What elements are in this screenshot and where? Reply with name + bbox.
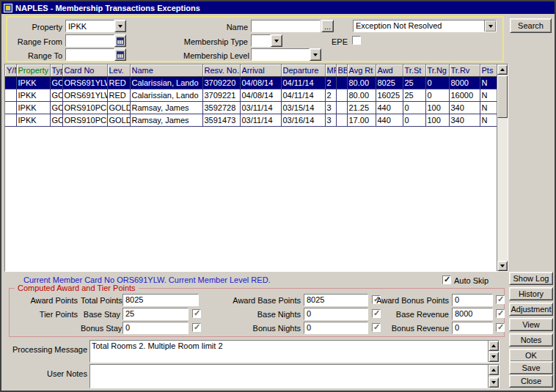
grid-cell[interactable]: 100	[425, 114, 449, 126]
grid-cell[interactable]: 2	[325, 76, 336, 89]
user-notes-box[interactable]	[89, 364, 500, 388]
grid-cell[interactable]: 8025	[376, 76, 403, 89]
grid-cell[interactable]: 03/11/14	[240, 101, 281, 114]
notes-button[interactable]: Notes	[509, 333, 553, 347]
column-header-typ[interactable]: Typ	[50, 64, 62, 76]
processing-message-box[interactable]: Total Rooms 2. Multiple Room limit 2	[89, 340, 500, 363]
column-header-property[interactable]: Property	[16, 64, 50, 76]
grid-cell[interactable]: 2	[325, 89, 336, 101]
grid-cell[interactable]: 80.00	[347, 89, 376, 101]
grid-cell[interactable]: 3591473	[202, 114, 240, 126]
column-header-avg-rt[interactable]: Avg Rt	[347, 64, 376, 76]
column-header-arrival[interactable]: Arrival	[240, 64, 281, 76]
grid-cell[interactable]: RED	[107, 89, 130, 101]
view-button[interactable]: View	[509, 318, 553, 331]
award-bonus-points-field[interactable]: 0	[452, 294, 493, 306]
user-notes-scrollbar[interactable]	[488, 365, 499, 388]
grid-cell[interactable]: 16025	[376, 89, 403, 101]
grid-cell[interactable]: ORS691YLW	[62, 89, 107, 101]
ok-button[interactable]: OK	[509, 349, 553, 362]
membership-level-input[interactable]	[251, 48, 310, 61]
grid-cell[interactable]: ORS691YLW	[62, 76, 107, 89]
grid-cell[interactable]: 03/16/14	[281, 114, 325, 126]
grid-cell[interactable]	[336, 101, 347, 114]
grid-cell[interactable]: 3709221	[202, 89, 240, 101]
grid-row-3[interactable]: IPKKGCORS910PCDGOLDRamsay, James35914730…	[5, 114, 497, 126]
column-header-mr[interactable]: MR	[325, 64, 336, 76]
grid-cell[interactable]: Calarissian, Lando	[130, 89, 202, 101]
grid-cell[interactable]: 100	[425, 101, 449, 114]
grid-cell[interactable]: IPKK	[16, 76, 50, 89]
grid-cell[interactable]: 440	[376, 114, 403, 126]
exception-status-combobox[interactable]: Exception Not Resolved	[353, 20, 497, 32]
un-scroll-up-button[interactable]	[489, 365, 499, 375]
grid-cell[interactable]: 04/08/14	[240, 89, 281, 101]
grid-cell[interactable]: RED	[107, 76, 130, 89]
grid-row-0[interactable]: IPKKGCORS691YLWREDCalarissian, Lando3709…	[5, 76, 497, 89]
grid-cell[interactable]	[336, 114, 347, 126]
bonus-revenue-checkbox[interactable]	[496, 323, 505, 332]
grid-cell[interactable]: 21.25	[347, 101, 376, 114]
grid-cell[interactable]: 80.00	[347, 76, 376, 89]
grid-cell[interactable]: 340	[449, 101, 480, 114]
membership-level-dropdown-button[interactable]	[310, 48, 321, 61]
auto-skip-checkbox[interactable]	[442, 275, 451, 284]
pm-scroll-down-button[interactable]	[489, 352, 499, 362]
grid-scroll-up-button[interactable]	[497, 64, 508, 75]
base-nights-field[interactable]: 0	[304, 308, 368, 320]
column-header-y-n[interactable]: Y/N	[5, 64, 16, 76]
range-to-input[interactable]	[65, 48, 114, 61]
base-stay-field[interactable]: 25	[122, 308, 189, 320]
column-header-tr-st[interactable]: Tr.St	[403, 64, 425, 76]
range-from-input[interactable]	[65, 34, 114, 47]
column-header-lev[interactable]: Lev.	[107, 64, 130, 76]
grid-cell[interactable]: 25	[403, 89, 425, 101]
grid-cell[interactable]	[336, 76, 347, 89]
grid-cell[interactable]: GOLD	[107, 114, 130, 126]
grid-cell[interactable]: ORS910PCD	[62, 114, 107, 126]
bonus-stay-checkbox[interactable]	[192, 323, 201, 332]
grid-scroll-down-button[interactable]	[497, 261, 508, 271]
grid-cell[interactable]	[5, 89, 16, 101]
bonus-nights-field[interactable]: 0	[304, 322, 368, 334]
grid-cell[interactable]: 16000	[449, 89, 480, 101]
grid-cell[interactable]: 03/11/14	[240, 114, 281, 126]
grid-cell[interactable]: 3592728	[202, 101, 240, 114]
grid-cell[interactable]	[5, 114, 16, 126]
grid-cell[interactable]: N	[480, 114, 497, 126]
base-revenue-field[interactable]: 8000	[452, 308, 493, 320]
un-scroll-down-button[interactable]	[489, 377, 499, 388]
column-header-bb[interactable]: BB	[336, 64, 347, 76]
membership-type-input[interactable]	[251, 34, 271, 47]
range-from-calendar-button[interactable]	[114, 34, 126, 47]
grid-cell[interactable]: GC	[50, 114, 62, 126]
column-header-awd[interactable]: Awd	[376, 64, 403, 76]
grid-cell[interactable]: IPKK	[16, 101, 50, 114]
grid-cell[interactable]: GC	[50, 101, 62, 114]
grid-cell[interactable]	[5, 76, 16, 89]
search-button[interactable]: Search	[510, 18, 552, 33]
grid-cell[interactable]: Ramsay, James	[130, 114, 202, 126]
grid-cell[interactable]: 3	[325, 114, 336, 126]
column-header-pts[interactable]: Pts	[480, 64, 497, 76]
column-header-name[interactable]: Name	[130, 64, 202, 76]
grid-cell[interactable]: 440	[376, 101, 403, 114]
property-input[interactable]	[65, 20, 114, 32]
membership-type-dropdown-button[interactable]	[271, 34, 282, 47]
exception-dropdown-button[interactable]	[484, 21, 496, 32]
column-header-resv-no[interactable]: Resv. No.	[202, 64, 240, 76]
grid-cell[interactable]: 0	[425, 89, 449, 101]
grid-scroll-thumb[interactable]	[497, 75, 508, 118]
grid-cell[interactable]: 04/11/14	[281, 76, 325, 89]
grid-cell[interactable]: 340	[449, 114, 480, 126]
grid-cell[interactable]: Ramsay, James	[130, 101, 202, 114]
bonus-stay-field[interactable]: 0	[122, 322, 189, 334]
base-stay-checkbox[interactable]	[192, 309, 201, 318]
adjustment-button[interactable]: Adjustment	[509, 303, 553, 316]
award-bonus-points-checkbox[interactable]	[496, 295, 505, 304]
processing-message-scrollbar[interactable]	[488, 341, 499, 362]
range-to-calendar-button[interactable]	[114, 48, 126, 61]
grid-cell[interactable]: IPKK	[16, 114, 50, 126]
grid-cell[interactable]	[336, 89, 347, 101]
total-points-field[interactable]: 8025	[122, 294, 199, 306]
